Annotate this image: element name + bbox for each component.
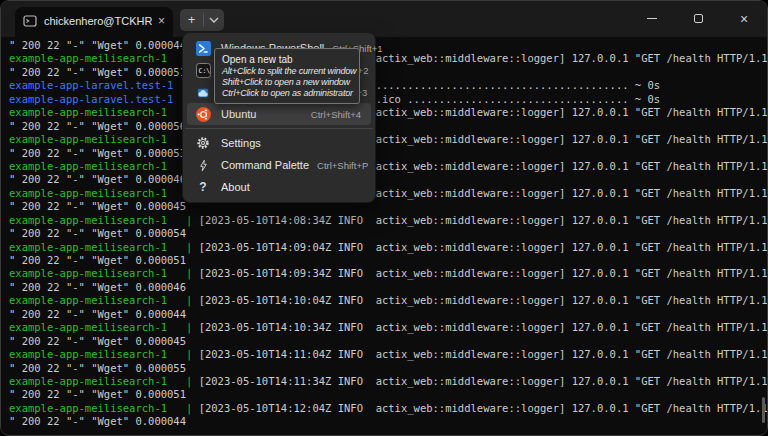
log-text: " 200 22 "-" "Wget" 0.000054 xyxy=(9,227,186,239)
close-button[interactable]: × xyxy=(721,1,767,36)
new-tab-tooltip: Open a new tab Alt+Click to split the cu… xyxy=(214,48,360,104)
terminal-line: example-app-meilisearch-1 | [2023-05-10T… xyxy=(9,106,767,119)
menu-item-label: Settings xyxy=(221,137,353,149)
caption-buttons: × xyxy=(629,1,767,37)
container-name: example-app-meilisearch-1 | xyxy=(9,241,199,253)
log-text: [2023-05-10T14:12:04Z INFO actix_web::mi… xyxy=(199,402,767,414)
tab-close-icon[interactable]: × xyxy=(158,15,165,27)
container-name: example-app-meilisearch-1 | xyxy=(9,133,199,145)
new-tab-split-button: + xyxy=(180,9,224,31)
terminal-line: " 200 22 "-" "Wget" 0.000046 xyxy=(9,281,767,294)
powershell-icon xyxy=(195,40,211,56)
log-text: " 200 22 "-" "Wget" 0.000046 xyxy=(9,173,186,185)
terminal-tab-icon xyxy=(23,14,37,28)
menu-item-label: Ubuntu xyxy=(221,108,303,120)
menu-item-command-palette[interactable]: Command Palette Ctrl+Shift+P xyxy=(187,154,371,176)
new-tab-button[interactable]: + xyxy=(180,9,203,31)
terminal-line: example-app-meilisearch-1 | [2023-05-10T… xyxy=(9,348,767,361)
container-name: example-app-meilisearch-1 | xyxy=(9,321,199,333)
svg-text:C:\: C:\ xyxy=(198,67,210,75)
terminal-line: " 200 22 "-" "Wget" 0.000044 xyxy=(9,415,767,428)
menu-item-settings[interactable]: Settings xyxy=(187,132,371,154)
terminal-line: " 200 22 "-" "Wget" 0.000046 xyxy=(9,173,767,186)
terminal-line: example-app-meilisearch-1 | [2023-05-10T… xyxy=(9,241,767,254)
container-name: example-app-meilisearch-1 | xyxy=(9,348,199,360)
maximize-button[interactable] xyxy=(675,1,721,36)
terminal-line: example-app-meilisearch-1 | [2023-05-10T… xyxy=(9,375,767,388)
menu-item-label: Command Palette xyxy=(221,159,309,171)
menu-item-label: About xyxy=(221,181,353,193)
log-text: " 200 22 "-" "Wget" 0.000051 xyxy=(9,254,186,266)
ubuntu-icon xyxy=(195,106,211,122)
terminal-line: example-app-laravel.test-1 | 2023-05-10 … xyxy=(9,79,767,92)
terminal-line: example-app-laravel.test-1 | 2023-05-10 … xyxy=(9,93,767,106)
log-text: [2023-05-10T14:10:34Z INFO actix_web::mi… xyxy=(199,321,767,333)
terminal-line: example-app-meilisearch-1 | [2023-05-10T… xyxy=(9,321,767,334)
command-palette-icon xyxy=(195,157,211,173)
terminal-line: " 200 22 "-" "Wget" 0.000045 xyxy=(9,335,767,348)
container-name: example-app-meilisearch-1 | xyxy=(9,294,199,306)
container-name: example-app-meilisearch-1 | xyxy=(9,160,199,172)
new-tab-dropdown-button[interactable] xyxy=(204,17,224,23)
log-text: [2023-05-10T14:08:34Z INFO actix_web::mi… xyxy=(199,214,767,226)
container-name: example-app-meilisearch-1 | xyxy=(9,267,199,279)
terminal-line: " 200 22 "-" "Wget" 0.000055 xyxy=(9,362,767,375)
maximize-icon xyxy=(694,14,703,23)
tooltip-line: Alt+Click to split the current window xyxy=(222,66,352,77)
log-text: " 200 22 "-" "Wget" 0.000046 xyxy=(9,281,186,293)
tooltip-line: Ctrl+Click to open as administrator xyxy=(222,88,352,99)
terminal-window: chickenhero@TCKHR: ~/proje × + × " 200 2… xyxy=(0,0,768,436)
gear-icon xyxy=(195,135,211,151)
question-icon: ? xyxy=(195,179,211,195)
title-bar: chickenhero@TCKHR: ~/proje × + × xyxy=(1,1,767,37)
container-name: example-app-meilisearch-1 | xyxy=(9,52,199,64)
container-name: example-app-laravel.test-1 | xyxy=(9,79,199,91)
terminal-output[interactable]: " 200 22 "-" "Wget" 0.000044example-app-… xyxy=(1,37,767,434)
log-text: " 200 22 "-" "Wget" 0.000055 xyxy=(9,362,186,374)
menu-item-shortcut: Ctrl+Shift+4 xyxy=(311,109,361,120)
terminal-line: " 200 22 "-" "Wget" 0.000051 xyxy=(9,254,767,267)
log-text: " 200 22 "-" "Wget" 0.000051 xyxy=(9,388,186,400)
minimize-icon xyxy=(647,18,657,19)
terminal-line: example-app-meilisearch-1 | [2023-05-10T… xyxy=(9,214,767,227)
container-name: example-app-meilisearch-1 | xyxy=(9,214,199,226)
container-name: example-app-meilisearch-1 | xyxy=(9,375,199,387)
menu-item-ubuntu[interactable]: Ubuntu Ctrl+Shift+4 xyxy=(187,103,371,125)
tab-active[interactable]: chickenhero@TCKHR: ~/proje × xyxy=(15,7,173,37)
chevron-down-icon xyxy=(210,18,218,22)
log-text: [2023-05-10T14:09:34Z INFO actix_web::mi… xyxy=(199,267,767,279)
log-text: " 200 22 "-" "Wget" 0.000045 xyxy=(9,335,186,347)
container-name: example-app-meilisearch-1 | xyxy=(9,402,199,414)
terminal-line: example-app-meilisearch-1 | [2023-05-10T… xyxy=(9,187,767,200)
log-text: " 200 22 "-" "Wget" 0.000044 xyxy=(9,415,186,427)
azure-icon xyxy=(195,84,211,100)
log-text: " 200 22 "-" "Wget" 0.000056 xyxy=(9,120,186,132)
log-text: " 200 22 "-" "Wget" 0.000044 xyxy=(9,308,186,320)
terminal-line: " 200 22 "-" "Wget" 0.000044 xyxy=(9,308,767,321)
tab-title: chickenhero@TCKHR: ~/proje xyxy=(44,15,152,27)
log-text: " 200 22 "-" "Wget" 0.000044 xyxy=(9,39,186,51)
terminal-line: " 200 22 "-" "Wget" 0.000054 xyxy=(9,227,767,240)
container-name: example-app-laravel.test-1 | xyxy=(9,93,199,105)
terminal-lines: " 200 22 "-" "Wget" 0.000044example-app-… xyxy=(9,39,767,429)
menu-item-shortcut: Ctrl+Shift+P xyxy=(317,160,368,171)
terminal-line: " 200 22 "-" "Wget" 0.000044 xyxy=(9,39,767,52)
scrollbar[interactable] xyxy=(762,397,765,423)
terminal-line: " 200 22 "-" "Wget" 0.000056 xyxy=(9,120,767,133)
menu-item-about[interactable]: ? About xyxy=(187,176,371,198)
log-text: [2023-05-10T14:10:04Z INFO actix_web::mi… xyxy=(199,294,767,306)
tooltip-title: Open a new tab xyxy=(222,53,352,66)
cmd-icon: C:\ xyxy=(195,62,211,78)
container-name: example-app-meilisearch-1 | xyxy=(9,106,199,118)
terminal-line: " 200 22 "-" "Wget" 0.000051 xyxy=(9,66,767,79)
terminal-line: example-app-meilisearch-1 | [2023-05-10T… xyxy=(9,160,767,173)
log-text: " 200 22 "-" "Wget" 0.000051 xyxy=(9,66,186,78)
terminal-line: " 200 22 "-" "Wget" 0.000051 xyxy=(9,388,767,401)
terminal-line: example-app-meilisearch-1 | [2023-05-10T… xyxy=(9,402,767,415)
menu-separator xyxy=(185,128,373,129)
log-text: " 200 22 "-" "Wget" 0.000045 xyxy=(9,200,186,212)
close-icon: × xyxy=(740,12,748,26)
minimize-button[interactable] xyxy=(629,1,675,36)
log-text: " 200 22 "-" "Wget" 0.000053 xyxy=(9,147,186,159)
terminal-line: example-app-meilisearch-1 | [2023-05-10T… xyxy=(9,133,767,146)
